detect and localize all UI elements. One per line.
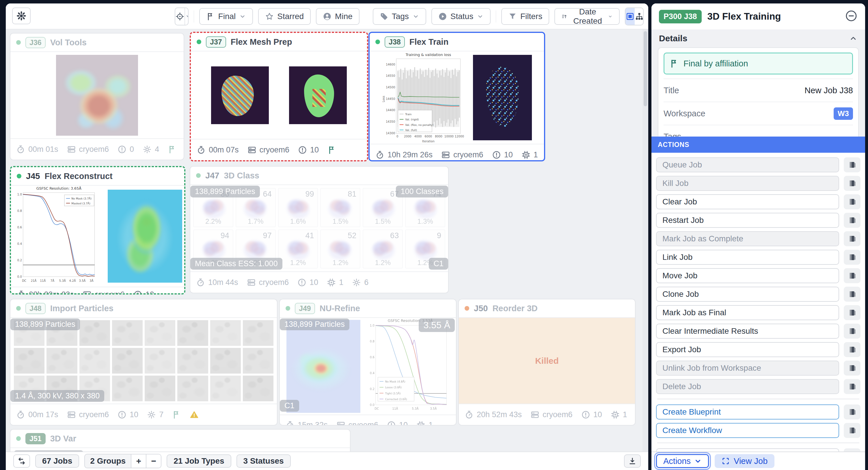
job-card-j38[interactable]: J38 Flex Train Training & validation los… — [368, 32, 545, 161]
collapse-groups-button[interactable]: − — [146, 455, 161, 468]
action-kill-job-button[interactable]: Kill Job — [656, 176, 839, 191]
job-card-j47[interactable]: J47 3D Class 862.2% 641.7% 991.6% 811.5%… — [190, 166, 449, 293]
action-link-job-button[interactable]: Link Job — [656, 250, 839, 265]
docs-book-icon-button[interactable] — [844, 287, 861, 302]
docs-book-icon-button[interactable] — [844, 305, 861, 320]
final-flag-banner[interactable]: Final by affiliation — [663, 53, 853, 74]
title-field-row[interactable]: Title New Job J38 — [663, 79, 853, 102]
action-mark-final-button[interactable]: Mark Job as Final — [656, 305, 839, 320]
filters-button[interactable]: Filters — [501, 8, 549, 25]
job-card-j48[interactable]: J48 Import Particles 138,899 Particles 1… — [10, 299, 278, 426]
action-unlink-job-button[interactable]: Unlink Job from Workspace — [656, 361, 839, 376]
jobs-toolbar: Final Starred Mine Tags Status — [6, 3, 648, 29]
job-card-j36[interactable]: J36 Vol Tools 00m 01s cryoem6 0 4 — [10, 33, 184, 160]
docs-book-icon-button[interactable] — [844, 324, 861, 339]
collapse-panel-button[interactable] — [845, 9, 858, 23]
settings-button[interactable] — [12, 7, 31, 24]
job-card-j45[interactable]: J45 Flex Reconstruct GSFSC Resolution: 3… — [10, 166, 185, 294]
filter-starred-button[interactable]: Starred — [258, 8, 311, 25]
docs-book-icon-button[interactable] — [844, 404, 861, 419]
action-clear-intermediate-button[interactable]: Clear Intermediate Results — [656, 324, 839, 339]
docs-book-icon-button[interactable] — [844, 157, 861, 173]
workspace-field-row[interactable]: Workspace W3 — [663, 102, 853, 125]
gpu-meta: 1 — [416, 420, 433, 426]
docs-book-icon-button[interactable] — [844, 268, 861, 283]
svg-text:21Å: 21Å — [31, 279, 37, 282]
filter-final-button[interactable]: Final — [199, 8, 253, 25]
job-card-j49[interactable]: J49 NU-Refine GSFSC Resolution: 3.53Å 1.… — [279, 299, 457, 426]
expand-icon — [722, 457, 730, 465]
svg-text:5.3Å: 5.3Å — [412, 407, 419, 410]
tree-view-toggle[interactable] — [635, 8, 644, 25]
action-restart-job-button[interactable]: Restart Job — [656, 213, 839, 228]
groups-chip[interactable]: 2 Groups + − — [84, 454, 161, 468]
action-create-blueprint-button[interactable]: Create Blueprint — [656, 404, 839, 419]
action-queue-job-button[interactable]: Queue Job — [656, 157, 839, 173]
job-title: Reorder 3D — [492, 304, 537, 313]
class-thumb: 521.2% — [320, 229, 360, 269]
action-mark-complete-button[interactable]: Mark Job as Complete — [656, 231, 839, 246]
minus-circle-icon — [845, 9, 858, 22]
actions-dropdown-button[interactable]: Actions — [656, 454, 709, 468]
job-card-j50[interactable]: J50 Reorder 3D Killed 20h 52m 43s cryoem… — [458, 299, 636, 426]
title-field-value: New Job J38 — [804, 86, 853, 95]
runtime-meta: 10h 29m 26s — [375, 150, 433, 159]
action-clear-job-button[interactable]: Clear Job — [656, 194, 839, 209]
svg-text:Val. (full): Val. (full) — [405, 128, 417, 132]
docs-book-icon-button[interactable] — [844, 379, 861, 394]
job-title: Import Particles — [50, 304, 114, 313]
toolbar-divider — [194, 10, 194, 23]
chevron-down-icon[interactable] — [185, 8, 189, 25]
filter-tags-button[interactable]: Tags — [373, 8, 426, 25]
svg-text:14350: 14350 — [386, 120, 395, 123]
svg-text:Tight (3.5Å): Tight (3.5Å) — [385, 392, 401, 395]
action-clone-job-button[interactable]: Clone Job — [656, 287, 839, 302]
expand-groups-button[interactable]: + — [131, 455, 146, 468]
svg-text:14450: 14450 — [386, 97, 395, 100]
card-view-toggle[interactable] — [625, 8, 635, 25]
filter-status-button[interactable]: Status — [431, 8, 491, 25]
job-card-j51[interactable]: J51 3D Var 138,899 Particles — [10, 429, 350, 452]
svg-text:Training & validation loss: Training & validation loss — [405, 53, 451, 57]
job-id-badge: J48 — [25, 303, 45, 314]
action-create-workflow-button[interactable]: Create Workflow — [656, 423, 839, 438]
workspace-badge[interactable]: W3 — [834, 107, 853, 120]
job-details-header: P300 J38 3D Flex Training — [651, 3, 865, 30]
docs-book-icon-button[interactable] — [844, 231, 861, 246]
docs-book-icon-button[interactable] — [844, 176, 861, 191]
sort-button[interactable]: Date Created — [554, 8, 620, 25]
docs-book-icon-button[interactable] — [844, 250, 861, 265]
docs-book-icon-button[interactable] — [844, 423, 861, 438]
docs-book-icon-button[interactable] — [844, 213, 861, 228]
gpu-meta: 1 — [327, 278, 343, 287]
job-title: 3D Class — [224, 171, 259, 181]
jobs-count-chip[interactable]: 67 Jobs — [35, 455, 79, 468]
docs-book-icon-button[interactable] — [844, 194, 861, 209]
docs-book-icon-button[interactable] — [844, 342, 861, 357]
job-types-chip[interactable]: 21 Job Types — [166, 455, 231, 468]
crosshair-icon[interactable] — [175, 8, 185, 25]
lane-meta: cryoem6 — [247, 278, 289, 287]
statuses-chip[interactable]: 3 Statuses — [237, 455, 291, 468]
view-job-button[interactable]: View Job — [715, 454, 774, 468]
job-card-canvas[interactable]: J36 Vol Tools 00m 01s cryoem6 0 4 J37 Fl… — [6, 29, 648, 452]
action-move-job-button[interactable]: Move Job — [656, 268, 839, 283]
swap-view-button[interactable] — [13, 455, 30, 468]
filter-mine-button[interactable]: Mine — [316, 8, 360, 25]
action-export-job-button[interactable]: Export Job — [656, 342, 839, 357]
svg-text:1.0: 1.0 — [17, 193, 22, 196]
docs-book-icon-button[interactable] — [844, 361, 861, 376]
book-icon — [848, 179, 856, 187]
details-section-header[interactable]: Details — [658, 29, 859, 48]
action-delete-job-button[interactable]: Delete Job — [656, 379, 839, 394]
book-icon — [848, 327, 856, 335]
flag-icon — [172, 410, 181, 419]
download-button[interactable] — [624, 455, 641, 468]
alerts-meta: 10 — [133, 290, 154, 294]
job-card-j37[interactable]: J37 Flex Mesh Prep 00m 07s cryoem6 10 — [190, 32, 368, 161]
tree-view-icon — [635, 12, 644, 21]
vertical-scrollbar[interactable] — [643, 29, 648, 452]
select-tool-split-button[interactable] — [175, 7, 189, 25]
filter-button-group: Final Starred Mine Tags Status — [175, 7, 644, 25]
alerts-meta: 10 — [581, 410, 602, 419]
